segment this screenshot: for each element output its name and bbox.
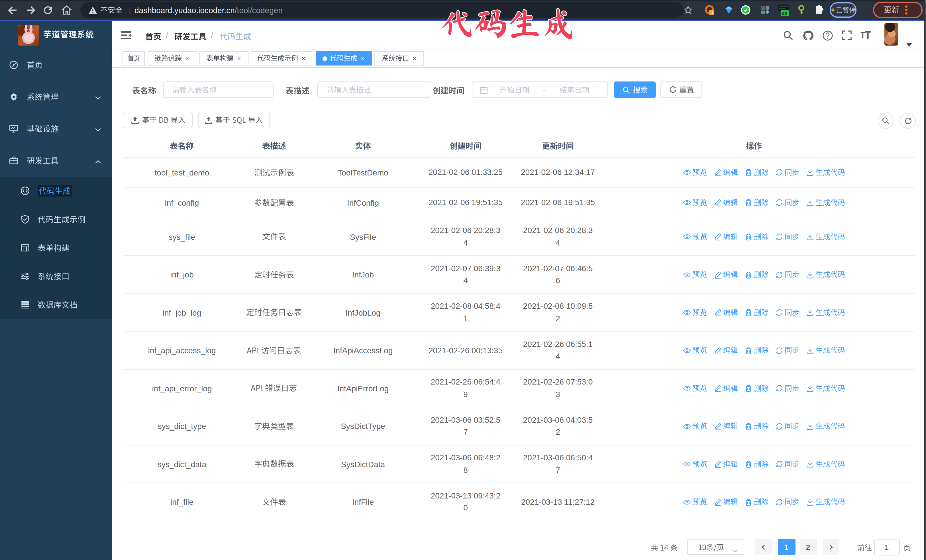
- svg-text:on: on: [782, 11, 788, 15]
- svg-text:1: 1: [711, 10, 714, 15]
